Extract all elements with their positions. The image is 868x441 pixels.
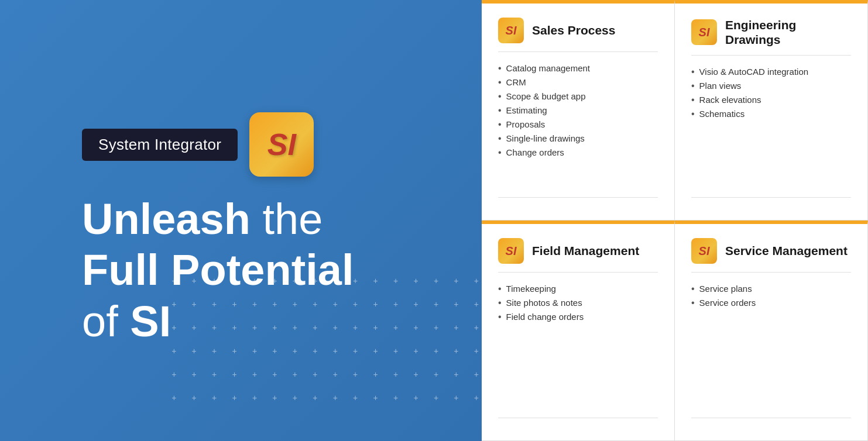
si-logo-large [249,112,314,177]
headline-si: SI [130,297,171,346]
card-list-sales: Catalog management CRM Scope & budget ap… [498,61,658,197]
card-list-engineering: Visio & AutoCAD integration Plan views R… [691,65,851,197]
list-item: Site photos & notes [498,296,658,310]
list-item: Timekeeping [498,282,658,296]
headline-line1: Unleash the [82,194,515,244]
list-item: Rack elevations [691,93,851,107]
card-footer-service [691,418,851,426]
list-item: Change orders [498,146,658,160]
card-footer-field [498,418,658,426]
si-badge-engineering: SI [691,19,717,45]
headline-of: of [82,297,130,346]
card-service-management: SI Service Management Service plans Serv… [675,220,868,441]
list-item: Scope & budget app [498,89,658,104]
card-list-field: Timekeeping Site photos & notes Field ch… [498,282,658,418]
si-badge-field: SI [498,238,524,264]
brand-label: System Integrator [82,129,238,161]
headline-the: the [251,195,323,243]
list-item: Schematics [691,107,851,121]
headline: Unleash the Full Potential of SI [82,194,515,346]
si-badge-sales: SI [498,18,524,43]
list-item: Plan views [691,79,851,93]
card-header-service: SI Service Management [691,238,851,273]
card-title-field: Field Management [532,243,639,258]
headline-unleash: Unleash [82,195,251,243]
right-panel: SI Sales Process Catalog management CRM … [482,0,868,441]
card-title-sales: Sales Process [532,23,615,37]
card-sales-process: SI Sales Process Catalog management CRM … [482,0,675,220]
list-item: Field change orders [498,310,658,324]
list-item: Estimating [498,104,658,118]
left-panel: System Integrator Unleash the Full Poten… [0,0,515,441]
list-item: Service orders [691,296,851,310]
list-item: Single-line drawings [498,132,658,146]
headline-line3: of SI [82,297,515,346]
list-item: Catalog management [498,61,658,75]
list-item: Proposals [498,118,658,132]
list-item: CRM [498,75,658,89]
card-header-field: SI Field Management [498,238,658,273]
list-item: Service plans [691,282,851,296]
card-footer-engineering [691,197,851,206]
card-header-engineering: SI Engineering Drawings [691,18,851,56]
headline-line2: Full Potential [82,245,515,295]
list-item: Visio & AutoCAD integration [691,65,851,79]
card-title-service: Service Management [725,243,848,258]
card-footer-sales [498,197,658,206]
card-title-engineering: Engineering Drawings [725,18,851,47]
card-list-service: Service plans Service orders [691,282,851,418]
card-header-sales: SI Sales Process [498,18,658,52]
card-field-management: SI Field Management Timekeeping Site pho… [482,220,675,441]
card-engineering-drawings: SI Engineering Drawings Visio & AutoCAD … [675,0,868,220]
si-badge-service: SI [691,238,717,264]
brand-row: System Integrator [82,112,515,177]
